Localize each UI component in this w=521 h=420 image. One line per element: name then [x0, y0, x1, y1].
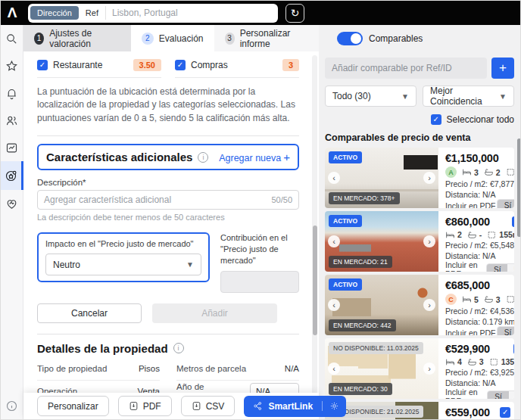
partnership-icon[interactable] — [1, 190, 23, 217]
main-panel: 1 Ajustes de valoración 2 Evaluación 3 P… — [23, 25, 319, 420]
property-info: €529,900 ✓ 4 3 135m² Precio / m2: €3,925… — [438, 338, 514, 399]
category-label: Restaurante — [53, 60, 128, 70]
checkbox-checked-icon[interactable]: ✓ — [37, 60, 48, 70]
property-info: €860,000 ✓ 2 - 155m² Precio / m2: €5,548… — [438, 211, 514, 272]
star-icon[interactable] — [1, 52, 23, 79]
search-input[interactable]: Lisbon, Portugal — [112, 8, 178, 18]
yes-option[interactable]: Sí — [498, 200, 514, 208]
include-pdf-toggle[interactable]: SíNo — [497, 326, 514, 335]
chevron-right-icon[interactable]: › — [423, 362, 435, 375]
yes-option[interactable]: Sí — [498, 327, 514, 335]
bedrooms: 4 — [445, 357, 462, 366]
yes-option[interactable]: Sí — [488, 391, 508, 400]
bell-icon[interactable] — [1, 79, 23, 107]
analytics-icon[interactable] — [1, 134, 23, 161]
bathrooms: 3 — [467, 357, 484, 366]
additional-features-header: Características adicionales i Agregar nu… — [37, 144, 299, 170]
smartlink-button[interactable]: SmartLink — [244, 401, 322, 412]
include-pdf-toggle[interactable]: SíNo — [486, 263, 514, 272]
location-score-note: La puntuación de la ubicación está deter… — [37, 86, 299, 125]
price: €860,000 — [445, 216, 514, 228]
tab-number: 2 — [142, 33, 154, 45]
property-photo: ACTIVO ‹ › EN MERCADO: 442 — [325, 275, 438, 335]
mode-address-button[interactable]: Dirección — [30, 6, 79, 20]
info-icon[interactable] — [1, 392, 23, 419]
refresh-icon[interactable]: ↻ — [285, 4, 304, 23]
comparables-toggle[interactable] — [337, 32, 363, 45]
smartlink-settings-button[interactable] — [322, 401, 346, 411]
checkbox-checked-icon[interactable]: ✓ — [175, 60, 186, 70]
valuation-home-icon[interactable] — [1, 161, 23, 190]
chevron-down-icon: ▼ — [401, 92, 409, 101]
include-pdf-toggle[interactable]: SíNo — [497, 199, 514, 208]
impact-contribution-row: Impacto en el "Precio justo de mercado" … — [37, 232, 299, 293]
include-pdf-toggle[interactable]: SíNo — [487, 390, 514, 400]
chevron-left-icon[interactable]: ‹ — [328, 299, 340, 311]
info-icon[interactable]: i — [198, 152, 208, 163]
comparable-card[interactable]: ACTIVO ‹ › EN MERCADO: 378+ €1,150,000 ✓… — [325, 148, 514, 208]
comparable-checkbox[interactable]: ✓ — [512, 216, 514, 227]
divider — [37, 135, 299, 136]
cancel-button[interactable]: Cancelar — [37, 303, 142, 323]
contacts-icon[interactable] — [1, 107, 23, 134]
category-compras[interactable]: ✓ Compras 3 — [175, 56, 299, 78]
bed-icon — [445, 231, 455, 239]
chevron-right-icon[interactable]: › — [423, 299, 435, 311]
chevron-right-icon[interactable]: › — [423, 172, 435, 184]
filter-select[interactable]: Todo (30)▼ — [325, 86, 416, 107]
chevron-down-icon: ▼ — [186, 260, 194, 269]
tab-ajustes-valoracion[interactable]: 1 Ajustes de valoración — [23, 25, 131, 51]
description-input[interactable]: Agregar característica adicional 50/50 — [37, 190, 299, 210]
add-new-feature-button[interactable]: Agregar nueva+ — [219, 151, 290, 163]
contribution-input[interactable] — [220, 271, 299, 293]
smartlink-group: SmartLink — [244, 396, 346, 417]
category-restaurante[interactable]: ✓ Restaurante 3.50 — [37, 56, 161, 78]
comparable-card[interactable]: ACTIVO ‹ › EN MERCADO: 442 €685,000 ✓ C … — [325, 275, 514, 335]
personalize-button[interactable]: Personalizar — [37, 396, 109, 416]
sort-select[interactable]: Mejor Coincidencia▼ — [423, 86, 514, 107]
yes-option[interactable]: Sí — [487, 264, 507, 272]
search-icon[interactable] — [1, 25, 23, 52]
search-bar[interactable]: Dirección Ref Lisbon, Portugal — [28, 4, 278, 23]
comparable-checkbox[interactable]: ✓ — [500, 407, 510, 418]
no-option[interactable]: No — [507, 264, 514, 272]
scrollbar-thumb[interactable] — [313, 226, 317, 335]
impact-highlight-box: Impacto en el "Precio justo de mercado" … — [37, 232, 210, 282]
left-sidebar — [1, 25, 23, 420]
category-label: Compras — [191, 60, 277, 70]
location-categories: ✓ Restaurante 3.50 ✓ Compras 3 — [37, 56, 299, 78]
comparable-card[interactable]: ACTIVO ‹ › EN MERCADO: 21 €860,000 ✓ 2 -… — [325, 211, 514, 272]
bed-icon — [462, 295, 472, 303]
panel-scrollbar-thumb[interactable] — [517, 138, 521, 237]
description-helper-text: La descripción debe tener menos de 50 ca… — [37, 213, 299, 222]
pdf-export-button[interactable]: PDF — [118, 396, 172, 416]
brand-logo[interactable]: Λ — [1, 2, 23, 24]
add-button[interactable]: Añadir — [152, 303, 277, 323]
chevron-left-icon[interactable]: ‹ — [328, 362, 340, 375]
chevron-left-icon[interactable]: ‹ — [328, 235, 340, 247]
comparable-checkbox[interactable]: ✓ — [513, 344, 514, 354]
section-title: Características adicionales — [46, 151, 192, 163]
csv-export-button[interactable]: CSV — [181, 396, 236, 416]
valuation-app: Λ Dirección Ref Lisbon, Portugal ↻ 1 Aju… — [0, 0, 521, 420]
tab-evaluacion[interactable]: 2 Evaluación — [131, 25, 214, 51]
tab-personalizar-informe[interactable]: 3 Personalizar informe — [214, 25, 319, 51]
no-option[interactable]: No — [509, 391, 514, 400]
comparable-card[interactable]: NO DISPONIBLE: 11.03.2025 ‹ › EN MERCADO… — [325, 338, 514, 399]
status-badge: NO DISPONIBLE: 11.03.2025 — [329, 342, 423, 354]
days-on-market-badge: EN MERCADO: 378+ — [329, 192, 400, 204]
area: 135m² — [489, 357, 514, 366]
property-info: €685,000 ✓ C 5 3 151m² Precio / m2: €4,5… — [438, 275, 514, 335]
comparable-card[interactable]: NO DISPONIBLE: 21.02.2025 ‹ › €559,000 ✓… — [325, 402, 514, 420]
impact-select[interactable]: Neutro ▼ — [45, 254, 201, 275]
mode-ref-button[interactable]: Ref — [79, 6, 106, 20]
select-all-checkbox[interactable]: ✓ — [431, 114, 441, 125]
chevron-right-icon[interactable]: › — [423, 235, 435, 247]
add-comparable-input[interactable]: Añadir comparable por Ref/ID — [325, 58, 487, 79]
add-comparable-button[interactable]: + — [491, 58, 514, 79]
status-badge: ACTIVO — [329, 151, 362, 163]
info-icon[interactable]: i — [173, 343, 184, 353]
chevron-left-icon[interactable]: ‹ — [328, 172, 340, 184]
main-scrollbar[interactable] — [312, 55, 317, 411]
property-info: €559,000 ✓ Precio / m2: Distancia: Inclu… — [438, 402, 514, 420]
